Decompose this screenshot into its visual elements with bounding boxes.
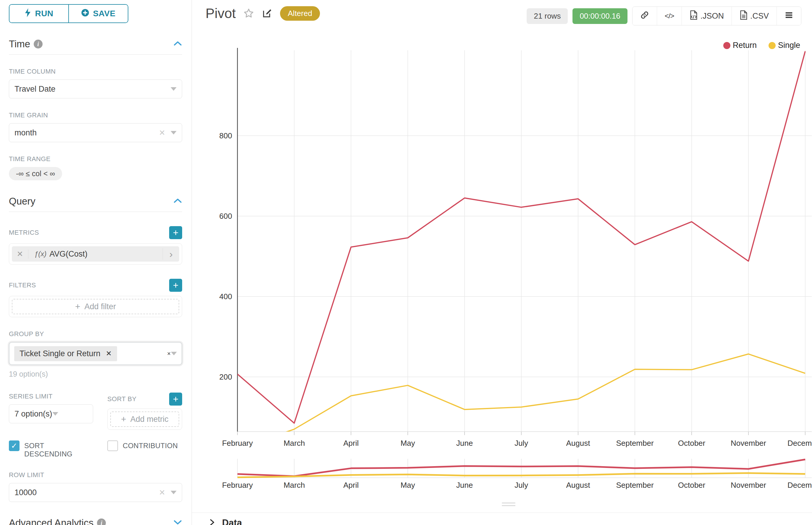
add-metric-label: Add metric (130, 415, 168, 424)
remove-chip-icon[interactable]: ✕ (106, 349, 112, 358)
sort-by-label: SORT BY (107, 395, 137, 403)
hamburger-menu-icon (784, 11, 793, 21)
advanced-analytics-header[interactable]: Advanced Analytics i (9, 517, 182, 525)
svg-text:November: November (731, 439, 766, 448)
remove-metric-icon[interactable]: ✕ (12, 250, 28, 259)
csv-file-icon (740, 10, 748, 22)
share-link-button[interactable] (633, 7, 657, 25)
metric-chip-label: AVG(Cost) (49, 250, 163, 259)
time-column-value: Travel Date (14, 85, 171, 94)
sort-descending-option: ✓ SORT DESCENDING (9, 440, 93, 458)
svg-text:November: November (731, 481, 766, 490)
chevron-right-icon (208, 518, 216, 525)
svg-text:200: 200 (219, 373, 232, 381)
svg-text:July: July (515, 439, 528, 448)
svg-text:March: March (284, 439, 305, 448)
time-section-header[interactable]: Time i (9, 39, 182, 50)
svg-text:December: December (787, 481, 812, 490)
svg-text:June: June (456, 439, 473, 448)
sort-descending-checkbox[interactable]: ✓ (9, 440, 19, 451)
edit-properties-icon[interactable] (262, 8, 273, 19)
svg-text:August: August (566, 439, 591, 448)
sort-descending-label: SORT DESCENDING (24, 441, 75, 458)
svg-text:July: July (515, 481, 528, 490)
resize-grip[interactable] (502, 502, 515, 506)
chart-panel: Pivot Altered 21 rows 00:00:00.16 </> (192, 0, 812, 525)
svg-text:September: September (616, 481, 654, 490)
svg-text:September: September (616, 439, 654, 448)
caret-down-icon (52, 412, 58, 416)
line-chart[interactable]: FebruaryMarchAprilMayJuneJulyAugustSepte… (192, 41, 812, 455)
time-range-pill[interactable]: -∞ ≤ col < ∞ (9, 167, 62, 180)
add-metric-button[interactable]: + (169, 226, 182, 239)
svg-text:800: 800 (219, 131, 232, 140)
run-save-button-group: RUN SAVE (9, 4, 128, 23)
export-json-button[interactable]: .JSON (682, 7, 732, 25)
chevron-right-icon[interactable]: › (163, 248, 179, 260)
clear-icon[interactable]: ✕ (167, 351, 171, 357)
svg-text:April: April (343, 481, 359, 490)
run-button-label: RUN (35, 9, 53, 18)
function-icon: ƒ(x) (34, 250, 46, 258)
chevron-up-icon[interactable] (173, 41, 182, 48)
time-column-select[interactable]: Travel Date (9, 79, 182, 99)
save-button-label: SAVE (93, 9, 115, 18)
export-button-group: </> .JSON .CSV (632, 6, 801, 26)
group-by-chip[interactable]: Ticket Single or Return ✕ (14, 346, 117, 361)
altered-badge[interactable]: Altered (280, 6, 320, 21)
json-file-icon (690, 10, 698, 22)
metrics-label: METRICS (9, 229, 39, 237)
svg-text:October: October (678, 439, 706, 448)
code-icon: </> (665, 12, 674, 20)
series-limit-label: SERIES LIMIT (9, 393, 93, 400)
svg-text:May: May (400, 481, 415, 490)
time-section-title: Time (9, 39, 30, 50)
plus-circle-icon (81, 9, 89, 19)
row-limit-select[interactable]: 10000 ✕ (9, 483, 182, 502)
lightning-icon (24, 8, 31, 19)
export-csv-button[interactable]: .CSV (732, 7, 777, 25)
chevron-up-icon[interactable] (173, 198, 182, 205)
series-limit-select[interactable]: 7 option(s) (9, 404, 93, 423)
link-icon (640, 11, 649, 21)
svg-text:March: March (284, 481, 305, 490)
run-button[interactable]: RUN (10, 5, 68, 22)
svg-text:April: April (343, 439, 359, 448)
clear-icon[interactable]: ✕ (159, 128, 165, 137)
group-by-select[interactable]: Ticket Single or Return ✕ ✕ (9, 342, 182, 365)
add-sort-metric-button[interactable]: + (169, 393, 182, 406)
plus-icon: + (75, 301, 80, 312)
contribution-label: CONTRIBUTION (123, 441, 178, 450)
data-panel-toggle[interactable]: Data (192, 513, 812, 525)
superset-explore: RUN SAVE Time i TIME COLUMN Travel Date … (0, 0, 812, 525)
group-by-chip-label: Ticket Single or Return (19, 349, 101, 358)
add-filter-button[interactable]: + (169, 279, 182, 292)
add-filter-dropzone[interactable]: + Add filter (12, 299, 179, 314)
caret-down-icon (171, 87, 177, 91)
save-button[interactable]: SAVE (68, 5, 128, 22)
csv-button-label: .CSV (750, 12, 769, 21)
metric-chip[interactable]: ✕ ƒ(x) AVG(Cost) › (12, 246, 179, 261)
clear-icon[interactable]: ✕ (159, 488, 165, 497)
query-section-header[interactable]: Query (9, 196, 182, 207)
add-sort-metric-dropzone[interactable]: + Add metric (110, 411, 179, 427)
row-limit-label: ROW LIMIT (9, 471, 182, 479)
time-grain-label: TIME GRAIN (9, 111, 182, 119)
contribution-checkbox[interactable] (107, 440, 118, 451)
view-query-button[interactable]: </> (657, 7, 682, 25)
chevron-down-icon[interactable] (173, 520, 182, 525)
svg-text:May: May (400, 439, 415, 448)
contribution-option: CONTRIBUTION (107, 440, 178, 458)
row-count-badge: 21 rows (527, 8, 568, 24)
favorite-star-icon[interactable] (243, 7, 255, 19)
query-timer-badge: 00:00:00.16 (573, 8, 627, 24)
svg-text:October: October (678, 481, 706, 490)
time-grain-select[interactable]: month ✕ (9, 123, 182, 142)
more-options-menu-button[interactable] (777, 7, 801, 25)
brush-preview-chart[interactable]: FebruaryMarchAprilMayJuneJulyAugustSepte… (192, 457, 812, 502)
group-by-label: GROUP BY (9, 330, 182, 338)
sort-by-container: + Add metric (107, 408, 182, 430)
svg-text:December: December (787, 439, 812, 448)
section-divider (9, 212, 182, 212)
caret-down-icon (171, 131, 177, 135)
